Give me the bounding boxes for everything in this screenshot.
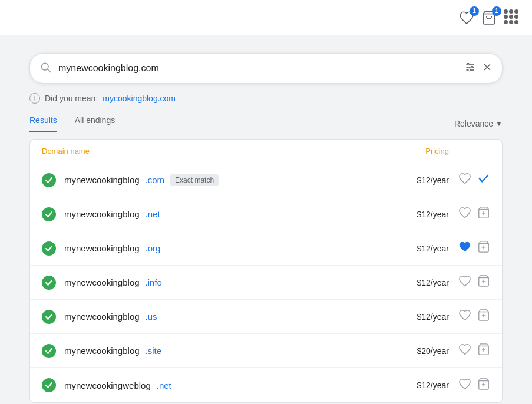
table-row: mynewcookingblog.us $12/year — [30, 300, 502, 334]
tab-all-endings[interactable]: All endings — [75, 115, 115, 132]
domain-ext: .net — [146, 209, 160, 219]
available-icon — [42, 173, 56, 187]
domain-price: $12/year — [402, 380, 449, 390]
table-row: mynewcookingblog.site $20/year — [30, 334, 502, 368]
domain-table: Domain name Pricing mynewcookingblog.com… — [29, 139, 503, 403]
tabs-row: Results All endings Relevance ▼ — [29, 115, 503, 132]
relevance-label: Relevance — [454, 119, 493, 128]
top-bar: 1 1 — [0, 0, 532, 35]
table-row: mynewcookingblog.com Exact match $12/yea… — [30, 163, 502, 197]
domain-price: $20/year — [402, 346, 449, 356]
row-actions — [458, 206, 490, 222]
did-you-mean-text: Did you mean: — [45, 94, 98, 103]
svg-line-2 — [48, 69, 51, 72]
svg-point-5 — [467, 63, 469, 65]
filter-icon[interactable] — [464, 61, 476, 76]
cart-badge: 1 — [492, 6, 501, 16]
domain-base: mynewcookingblog — [64, 346, 140, 356]
domain-ext: .com — [146, 175, 165, 185]
row-actions — [458, 343, 490, 359]
did-you-mean-link[interactable]: mycookingblog.com — [103, 94, 176, 103]
search-icon — [39, 61, 51, 76]
domain-ext: .org — [146, 243, 161, 253]
add-to-cart-icon[interactable] — [477, 377, 490, 393]
wishlist-heart-icon[interactable] — [458, 172, 471, 188]
wishlist-heart-icon[interactable] — [458, 206, 471, 222]
domain-ext: .site — [146, 346, 162, 356]
chevron-down-icon: ▼ — [495, 120, 503, 128]
domain-base: mynewcookingblog — [64, 209, 140, 219]
domain-price: $12/year — [402, 175, 449, 185]
domain-base: mynewcookingblog — [64, 243, 140, 253]
domain-name: mynewcookingblog.site — [64, 346, 402, 356]
available-icon — [42, 310, 56, 324]
col-pricing: Pricing — [425, 147, 449, 155]
top-bar-icons: 1 1 — [459, 9, 520, 26]
did-you-mean: i Did you mean: mycookingblog.com — [29, 93, 503, 104]
clear-icon[interactable] — [482, 62, 493, 75]
domain-ext: .us — [146, 312, 157, 322]
row-actions — [458, 377, 490, 393]
svg-point-6 — [471, 66, 473, 68]
wishlist-heart-filled-icon[interactable] — [458, 240, 471, 256]
wishlist-badge: 1 — [470, 6, 479, 16]
wishlist-heart-icon[interactable] — [458, 343, 471, 359]
add-to-cart-icon[interactable] — [477, 343, 490, 359]
domain-name: mynewcookingblog.net — [64, 209, 402, 219]
cart-button[interactable]: 1 — [481, 10, 497, 25]
domain-name: mynewcookingblog.us — [64, 312, 402, 322]
cart-check-icon[interactable] — [477, 172, 490, 188]
row-actions — [458, 274, 490, 290]
tabs: Results All endings — [29, 115, 115, 132]
domain-ext: .net — [157, 380, 171, 390]
table-row: mynewcookingblog.org $12/year — [30, 231, 502, 266]
table-row: mynewcookingblog.info $12/year — [30, 266, 502, 300]
apps-icon[interactable] — [504, 9, 520, 26]
search-right-icons — [464, 61, 493, 76]
domain-ext: .info — [146, 277, 162, 287]
domain-price: $12/year — [402, 278, 449, 287]
col-domain-name: Domain name — [42, 147, 425, 155]
svg-point-8 — [468, 69, 470, 71]
table-header: Domain name Pricing — [30, 140, 502, 163]
relevance-sort[interactable]: Relevance ▼ — [454, 119, 503, 128]
table-row: mynewcookingblog.net $12/year — [30, 197, 502, 231]
add-to-cart-icon[interactable] — [477, 240, 490, 256]
domain-name: mynewcookingblog.info — [64, 277, 402, 287]
main-content: mynewcookingblog.com i — [0, 35, 532, 404]
row-actions — [458, 309, 490, 324]
domain-name: mynewcookingweblog.net — [64, 380, 402, 390]
wishlist-heart-icon[interactable] — [458, 309, 471, 324]
domain-name: mynewcookingblog.org — [64, 243, 402, 253]
tab-results[interactable]: Results — [29, 115, 57, 132]
row-actions — [458, 172, 490, 188]
available-icon — [42, 344, 56, 358]
wishlist-button[interactable]: 1 — [459, 10, 474, 25]
domain-base: mynewcookingweblog — [64, 380, 151, 390]
table-row: mynewcookingweblog.net $12/year — [30, 368, 502, 402]
domain-price: $12/year — [402, 210, 449, 219]
add-to-cart-icon[interactable] — [477, 274, 490, 290]
available-icon — [42, 276, 56, 290]
available-icon — [42, 241, 56, 256]
add-to-cart-icon[interactable] — [477, 309, 490, 324]
available-icon — [42, 207, 56, 221]
info-icon: i — [29, 93, 40, 104]
search-box: mynewcookingblog.com — [29, 53, 503, 84]
exact-match-badge: Exact match — [170, 174, 219, 186]
add-to-cart-icon[interactable] — [477, 206, 490, 222]
row-actions — [458, 240, 490, 256]
domain-price: $12/year — [402, 312, 449, 322]
domain-base: mynewcookingblog — [64, 277, 140, 287]
wishlist-heart-icon[interactable] — [458, 274, 471, 290]
search-input[interactable]: mynewcookingblog.com — [58, 63, 464, 74]
wishlist-heart-icon[interactable] — [458, 377, 471, 393]
available-icon — [42, 378, 56, 392]
domain-name: mynewcookingblog.com Exact match — [64, 174, 402, 186]
domain-price: $12/year — [402, 244, 449, 253]
domain-base: mynewcookingblog — [64, 175, 140, 185]
domain-base: mynewcookingblog — [64, 312, 140, 322]
